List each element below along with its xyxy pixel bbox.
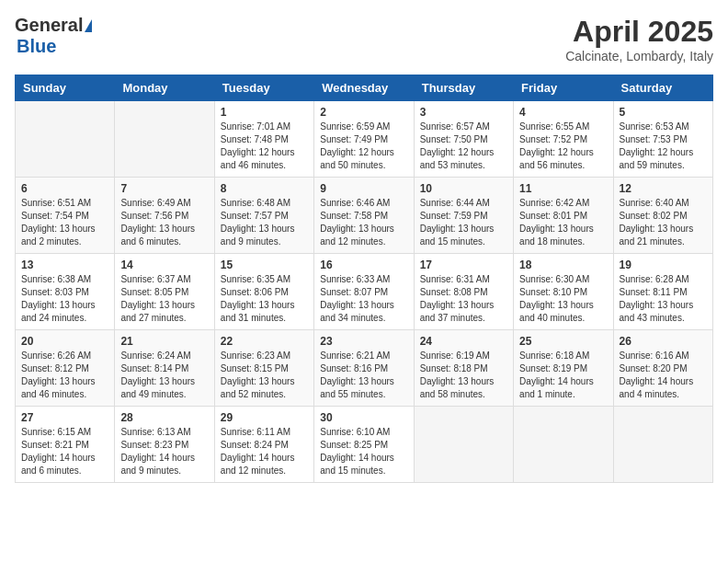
day-cell: 6Sunrise: 6:51 AM Sunset: 7:54 PM Daylig… [16, 178, 115, 254]
day-cell: 13Sunrise: 6:38 AM Sunset: 8:03 PM Dayli… [16, 254, 115, 330]
day-number: 13 [21, 259, 108, 271]
day-info: Sunrise: 6:19 AM Sunset: 8:18 PM Dayligh… [420, 350, 507, 401]
day-number: 22 [221, 335, 308, 348]
day-cell: 8Sunrise: 6:48 AM Sunset: 7:57 PM Daylig… [214, 178, 313, 254]
day-info: Sunrise: 6:55 AM Sunset: 7:52 PM Dayligh… [519, 121, 607, 172]
day-number: 23 [320, 335, 407, 348]
week-row-1: 1Sunrise: 7:01 AM Sunset: 7:48 PM Daylig… [16, 101, 713, 178]
day-number: 3 [420, 106, 507, 119]
day-cell: 15Sunrise: 6:35 AM Sunset: 8:06 PM Dayli… [214, 254, 313, 330]
day-number: 17 [420, 259, 507, 271]
day-cell: 23Sunrise: 6:21 AM Sunset: 8:16 PM Dayli… [314, 330, 414, 407]
day-number: 8 [221, 182, 308, 195]
day-info: Sunrise: 6:48 AM Sunset: 7:57 PM Dayligh… [221, 197, 308, 248]
calendar-table: SundayMondayTuesdayWednesdayThursdayFrid… [15, 75, 713, 483]
day-cell: 4Sunrise: 6:55 AM Sunset: 7:52 PM Daylig… [514, 101, 613, 178]
day-cell: 17Sunrise: 6:31 AM Sunset: 8:08 PM Dayli… [414, 254, 513, 330]
day-number: 6 [21, 182, 108, 195]
day-cell [514, 407, 613, 483]
day-cell [115, 101, 214, 178]
day-number: 18 [519, 259, 607, 271]
day-info: Sunrise: 7:01 AM Sunset: 7:48 PM Dayligh… [221, 121, 308, 172]
weekday-header-row: SundayMondayTuesdayWednesdayThursdayFrid… [16, 75, 713, 101]
day-cell [613, 407, 712, 483]
title-area: April 2025 Calcinate, Lombardy, Italy [565, 15, 713, 63]
day-info: Sunrise: 6:42 AM Sunset: 8:01 PM Dayligh… [519, 197, 607, 248]
day-number: 1 [221, 106, 308, 119]
day-cell: 14Sunrise: 6:37 AM Sunset: 8:05 PM Dayli… [115, 254, 214, 330]
day-number: 24 [420, 335, 507, 348]
week-row-5: 27Sunrise: 6:15 AM Sunset: 8:21 PM Dayli… [16, 407, 713, 483]
day-number: 7 [120, 182, 208, 195]
day-info: Sunrise: 6:37 AM Sunset: 8:05 PM Dayligh… [120, 273, 208, 325]
day-number: 9 [320, 182, 407, 195]
logo-general-text: General [15, 15, 83, 36]
day-cell: 2Sunrise: 6:59 AM Sunset: 7:49 PM Daylig… [314, 101, 414, 178]
day-number: 16 [320, 259, 407, 271]
day-info: Sunrise: 6:38 AM Sunset: 8:03 PM Dayligh… [21, 273, 108, 325]
day-info: Sunrise: 6:59 AM Sunset: 7:49 PM Dayligh… [320, 121, 407, 172]
day-info: Sunrise: 6:21 AM Sunset: 8:16 PM Dayligh… [320, 350, 407, 401]
day-number: 15 [221, 259, 308, 271]
weekday-header-tuesday: Tuesday [214, 75, 313, 101]
day-number: 27 [21, 411, 108, 424]
day-info: Sunrise: 6:44 AM Sunset: 7:59 PM Dayligh… [420, 197, 507, 248]
day-cell: 1Sunrise: 7:01 AM Sunset: 7:48 PM Daylig… [214, 101, 313, 178]
day-number: 11 [519, 182, 607, 195]
day-info: Sunrise: 6:51 AM Sunset: 7:54 PM Dayligh… [21, 197, 108, 248]
day-cell: 18Sunrise: 6:30 AM Sunset: 8:10 PM Dayli… [514, 254, 613, 330]
day-info: Sunrise: 6:46 AM Sunset: 7:58 PM Dayligh… [320, 197, 407, 248]
day-number: 29 [221, 411, 308, 424]
day-info: Sunrise: 6:18 AM Sunset: 8:19 PM Dayligh… [519, 350, 607, 401]
day-number: 19 [620, 259, 707, 271]
day-cell: 20Sunrise: 6:26 AM Sunset: 8:12 PM Dayli… [16, 330, 115, 407]
day-cell: 5Sunrise: 6:53 AM Sunset: 7:53 PM Daylig… [613, 101, 712, 178]
day-number: 14 [120, 259, 208, 271]
day-number: 10 [420, 182, 507, 195]
day-cell [414, 407, 513, 483]
day-info: Sunrise: 6:33 AM Sunset: 8:07 PM Dayligh… [320, 273, 407, 325]
week-row-4: 20Sunrise: 6:26 AM Sunset: 8:12 PM Dayli… [16, 330, 713, 407]
week-row-3: 13Sunrise: 6:38 AM Sunset: 8:03 PM Dayli… [16, 254, 713, 330]
logo-triangle-icon [85, 19, 92, 32]
day-info: Sunrise: 6:30 AM Sunset: 8:10 PM Dayligh… [519, 273, 607, 325]
day-cell: 7Sunrise: 6:49 AM Sunset: 7:56 PM Daylig… [115, 178, 214, 254]
logo-blue-text: Blue [17, 36, 56, 56]
day-number: 2 [320, 106, 407, 119]
day-cell: 24Sunrise: 6:19 AM Sunset: 8:18 PM Dayli… [414, 330, 513, 407]
day-info: Sunrise: 6:28 AM Sunset: 8:11 PM Dayligh… [620, 273, 707, 325]
day-cell: 30Sunrise: 6:10 AM Sunset: 8:25 PM Dayli… [314, 407, 414, 483]
day-number: 20 [21, 335, 108, 348]
day-info: Sunrise: 6:16 AM Sunset: 8:20 PM Dayligh… [620, 350, 707, 401]
day-cell: 10Sunrise: 6:44 AM Sunset: 7:59 PM Dayli… [414, 178, 513, 254]
day-cell: 27Sunrise: 6:15 AM Sunset: 8:21 PM Dayli… [16, 407, 115, 483]
day-info: Sunrise: 6:40 AM Sunset: 8:02 PM Dayligh… [620, 197, 707, 248]
day-cell: 25Sunrise: 6:18 AM Sunset: 8:19 PM Dayli… [514, 330, 613, 407]
weekday-header-thursday: Thursday [414, 75, 513, 101]
day-number: 5 [620, 106, 707, 119]
day-cell: 26Sunrise: 6:16 AM Sunset: 8:20 PM Dayli… [613, 330, 712, 407]
day-number: 30 [320, 411, 407, 424]
day-info: Sunrise: 6:13 AM Sunset: 8:23 PM Dayligh… [120, 426, 208, 477]
day-cell: 19Sunrise: 6:28 AM Sunset: 8:11 PM Dayli… [613, 254, 712, 330]
day-number: 21 [120, 335, 208, 348]
day-info: Sunrise: 6:10 AM Sunset: 8:25 PM Dayligh… [320, 426, 407, 477]
day-info: Sunrise: 6:49 AM Sunset: 7:56 PM Dayligh… [120, 197, 208, 248]
day-cell: 28Sunrise: 6:13 AM Sunset: 8:23 PM Dayli… [115, 407, 214, 483]
weekday-header-sunday: Sunday [16, 75, 115, 101]
month-title: April 2025 [565, 15, 713, 49]
day-cell [16, 101, 115, 178]
day-number: 4 [519, 106, 607, 119]
day-number: 28 [120, 411, 208, 424]
day-cell: 22Sunrise: 6:23 AM Sunset: 8:15 PM Dayli… [214, 330, 313, 407]
logo: General Blue [15, 15, 92, 57]
day-cell: 3Sunrise: 6:57 AM Sunset: 7:50 PM Daylig… [414, 101, 513, 178]
day-info: Sunrise: 6:53 AM Sunset: 7:53 PM Dayligh… [620, 121, 707, 172]
day-info: Sunrise: 6:57 AM Sunset: 7:50 PM Dayligh… [420, 121, 507, 172]
day-number: 26 [620, 335, 707, 348]
header: General Blue April 2025 Calcinate, Lomba… [15, 15, 713, 63]
week-row-2: 6Sunrise: 6:51 AM Sunset: 7:54 PM Daylig… [16, 178, 713, 254]
day-number: 25 [519, 335, 607, 348]
weekday-header-saturday: Saturday [613, 75, 712, 101]
weekday-header-monday: Monday [115, 75, 214, 101]
